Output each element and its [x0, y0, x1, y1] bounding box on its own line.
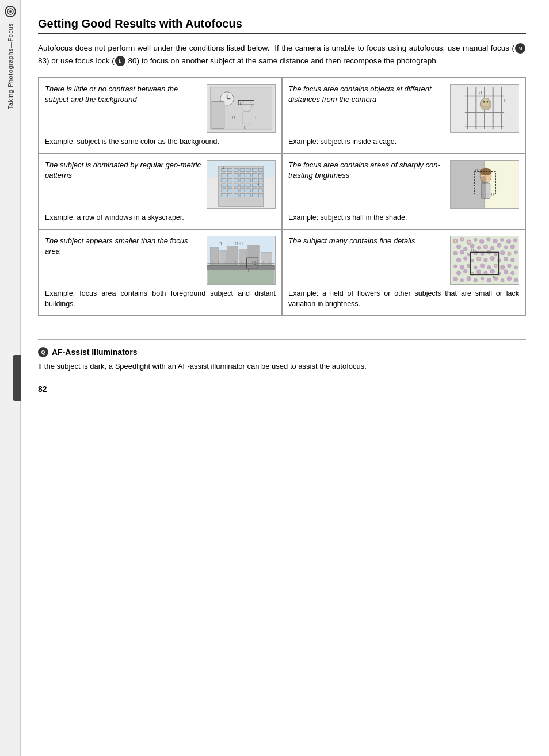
svg-point-131 — [477, 246, 481, 249]
svg-rect-62 — [228, 189, 232, 192]
svg-point-173 — [504, 269, 508, 274]
svg-point-176 — [460, 278, 464, 282]
svg-rect-79 — [451, 161, 485, 208]
condition-header-5: The subject appears smaller than the foc… — [45, 236, 276, 285]
svg-rect-112 — [254, 264, 256, 266]
svg-point-152 — [490, 256, 495, 261]
svg-point-167 — [463, 269, 467, 273]
svg-rect-39 — [258, 169, 262, 172]
svg-point-128 — [456, 244, 461, 249]
svg-point-191 — [471, 273, 473, 274]
svg-point-111 — [254, 261, 256, 264]
conditions-grid: There is little or no contrast between t… — [38, 77, 526, 316]
svg-rect-61 — [222, 189, 226, 192]
svg-point-122 — [479, 239, 484, 244]
svg-point-8 — [242, 101, 252, 112]
page-number: 82 — [38, 384, 526, 394]
condition-image-3: [ ] [ ] — [207, 160, 276, 209]
svg-point-125 — [500, 238, 504, 242]
svg-point-187 — [468, 241, 470, 243]
svg-rect-35 — [234, 169, 238, 172]
svg-point-182 — [501, 278, 504, 282]
svg-rect-40 — [222, 173, 226, 177]
svg-point-121 — [474, 238, 477, 242]
svg-point-164 — [508, 264, 512, 268]
svg-point-177 — [467, 276, 471, 281]
svg-rect-36 — [240, 169, 245, 172]
svg-rect-59 — [253, 184, 257, 187]
svg-rect-44 — [246, 173, 251, 177]
svg-rect-33 — [222, 169, 226, 172]
svg-text:[ ]: [ ] — [244, 126, 246, 129]
svg-rect-9 — [242, 112, 251, 124]
svg-point-156 — [453, 265, 457, 268]
svg-point-133 — [490, 246, 494, 250]
svg-rect-37 — [246, 169, 251, 172]
condition-image-5: [ ] [ ] ~[ ] [ ] — [207, 236, 276, 285]
condition-title-1: There is little or no contrast between t… — [45, 84, 202, 105]
svg-rect-56 — [234, 184, 238, 187]
svg-text:[ ]: [ ] — [240, 102, 242, 105]
svg-point-148 — [463, 256, 467, 260]
svg-rect-64 — [240, 189, 245, 192]
condition-header-3: The subject is dominated by regular geo-… — [45, 160, 276, 209]
svg-text:[ ]: [ ] — [493, 276, 495, 278]
svg-point-146 — [514, 250, 518, 254]
svg-rect-84 — [481, 176, 486, 198]
af-title-text: AF-Assist Illuminators — [52, 348, 138, 357]
condition-small: The subject appears smaller than the foc… — [39, 230, 282, 316]
svg-point-154 — [504, 257, 508, 261]
svg-text:[ ]: [ ] — [471, 248, 474, 251]
svg-rect-68 — [222, 194, 226, 197]
svg-rect-69 — [228, 194, 232, 197]
svg-point-139 — [467, 253, 471, 256]
svg-point-134 — [497, 243, 501, 247]
svg-rect-45 — [253, 173, 257, 177]
svg-rect-73 — [253, 194, 257, 197]
condition-details: The subject many contains fine details — [282, 230, 525, 316]
svg-rect-71 — [240, 194, 245, 197]
svg-text:[ ]: [ ] — [232, 116, 235, 119]
svg-rect-72 — [246, 194, 251, 197]
af-assist-section: Q AF-Assist Illuminators If the subject … — [38, 339, 526, 373]
svg-point-163 — [500, 265, 505, 269]
svg-point-169 — [476, 269, 481, 274]
manual-focus-icon: M — [515, 43, 525, 54]
svg-point-166 — [456, 270, 461, 275]
svg-rect-51 — [246, 178, 251, 182]
condition-header-4: The focus area contains areas of sharply… — [288, 160, 519, 209]
condition-title-2: The focus area contains objects at diffe… — [288, 84, 445, 105]
svg-rect-92 — [228, 246, 238, 264]
page: Taking Photographs—Focus Getting Good Re… — [0, 0, 549, 756]
svg-point-151 — [484, 258, 488, 262]
condition-brightness: The focus area contains areas of sharply… — [282, 154, 525, 230]
condition-example-4: Example: subject is half in the shade. — [288, 212, 519, 223]
svg-rect-67 — [258, 189, 262, 192]
svg-point-174 — [510, 271, 514, 275]
svg-text:[ ] ~[ ]: [ ] ~[ ] — [235, 242, 242, 245]
svg-point-140 — [473, 250, 478, 255]
page-title: Getting Good Results with Autofocus — [38, 17, 526, 34]
svg-point-155 — [510, 258, 514, 262]
svg-point-190 — [495, 265, 497, 266]
svg-point-160 — [480, 264, 485, 268]
svg-rect-49 — [234, 178, 238, 182]
svg-rect-55 — [228, 184, 232, 187]
svg-rect-57 — [240, 184, 245, 187]
condition-example-5: Example: focus area contains both foregr… — [45, 288, 276, 310]
condition-example-6: Example: a field of flowers or other sub… — [288, 288, 519, 310]
svg-point-130 — [470, 243, 475, 248]
svg-rect-91 — [220, 250, 227, 264]
svg-text:[ ]: [ ] — [504, 99, 506, 102]
svg-point-185 — [455, 240, 456, 242]
svg-rect-97 — [207, 265, 274, 270]
svg-point-147 — [456, 258, 461, 262]
svg-point-165 — [514, 265, 518, 269]
svg-point-123 — [486, 237, 490, 241]
svg-point-153 — [497, 259, 501, 262]
sidebar-tab — [13, 355, 21, 401]
svg-rect-43 — [240, 173, 245, 177]
sidebar: Taking Photographs—Focus — [0, 0, 21, 756]
svg-point-124 — [493, 239, 498, 243]
svg-text:[ ]: [ ] — [219, 241, 222, 245]
